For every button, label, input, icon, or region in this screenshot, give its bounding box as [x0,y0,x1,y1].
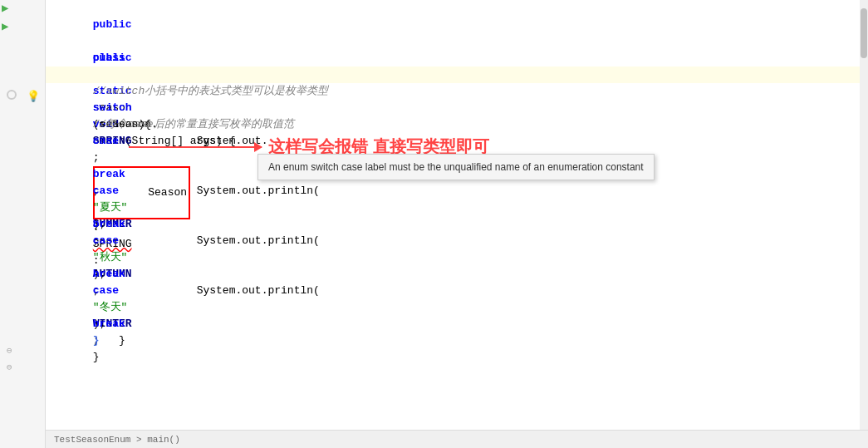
run-method-icon[interactable]: ▶ [2,18,8,35]
code-line-14: System.out.println( "秋天" ); [46,216,868,233]
code-line-5: switch (season){ [46,66,868,83]
run-class-icon[interactable]: ▶ [2,0,8,17]
code-line-1: public class TestSeasonEnum { [46,0,868,17]
code-area: public class TestSeasonEnum { public sta… [46,0,868,448]
code-line-8: System.out. [46,116,868,133]
breadcrumb-text: TestSeasonEnum > main() [54,435,180,445]
fold-arrow-1[interactable]: ⊖ [7,345,12,356]
code-line-13: case AUTUMN : [46,199,868,216]
tooltip-text: An enum switch case label must be the un… [268,161,644,173]
code-line-4: //switch小括号中的表达式类型可以是枚举类型 [46,50,868,66]
code-line-6: //每个case后的常量直接写枚举的取值范 [46,83,868,100]
editor-container: ▶ ▶ 💡 ⊖ ⊖ public class TestSeasonEnum { … [0,0,868,448]
arrow-line [129,146,262,148]
code-line-20: } [46,316,868,332]
code-line-21: } [46,332,868,349]
fold-arrow-2[interactable]: ⊖ [7,362,12,372]
code-line-15: break ; [46,233,868,249]
lightbulb-icon[interactable]: 💡 [27,90,40,103]
code-line-12: break ; [46,183,868,199]
gutter: ▶ ▶ 💡 ⊖ ⊖ [0,0,46,448]
breadcrumb-bar: TestSeasonEnum > main() [46,430,868,448]
breakpoint-circle[interactable] [7,90,17,100]
code-line-2: public static void main(String[] args) { [46,17,868,33]
code-line-17: System.out.println( "冬天" ); [46,266,868,283]
code-line-19: } [46,299,868,316]
code-line-18: break ; [46,283,868,299]
code-line-7: case Season . SPRING : [46,100,868,116]
tooltip-box: An enum switch case label must be the un… [257,154,655,180]
scrollbar-vertical[interactable] [860,0,868,430]
code-line-3: Season season = Season. SPRING ; [46,33,868,50]
scroll-thumb[interactable] [861,8,867,58]
code-line-16: case WINTER : [46,249,868,266]
